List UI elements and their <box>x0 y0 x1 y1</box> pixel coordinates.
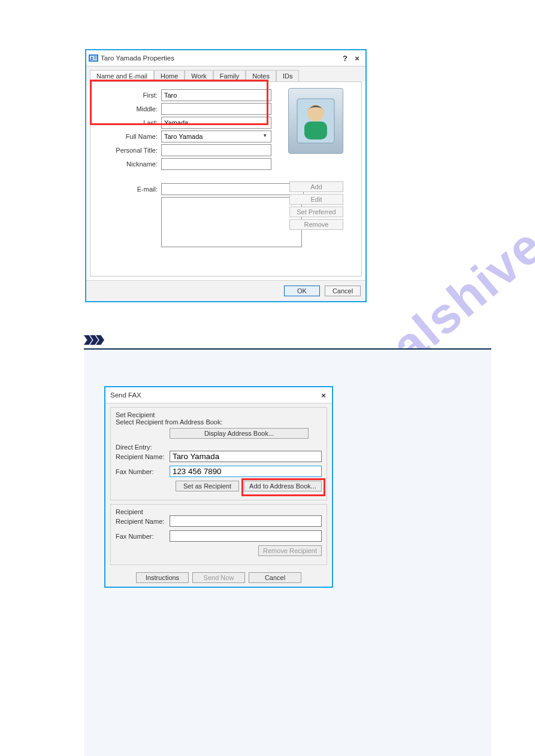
tab-name-email[interactable]: Name and E-mail <box>90 70 154 81</box>
input-fax-number[interactable] <box>170 466 322 477</box>
svg-rect-4 <box>94 56 97 57</box>
btn-set-preferred[interactable]: Set Preferred <box>289 207 343 217</box>
email-side-buttons: Add Edit Set Preferred Remove <box>289 181 343 232</box>
ok-button[interactable]: OK <box>284 286 320 296</box>
cancel-button[interactable]: Cancel <box>325 286 361 296</box>
btn-fax-cancel[interactable]: Cancel <box>249 572 301 583</box>
svg-rect-5 <box>94 57 97 58</box>
fax-close-button[interactable]: × <box>318 391 330 400</box>
label-recipient-name-2: Recipient Name: <box>116 518 170 525</box>
btn-remove[interactable]: Remove <box>289 219 343 230</box>
help-button[interactable]: ? <box>339 54 351 63</box>
svg-point-8 <box>307 105 324 122</box>
titlebar-fax: Send FAX × <box>105 387 332 403</box>
svg-rect-3 <box>90 59 93 60</box>
label-recipient-name: Recipient Name: <box>116 453 170 460</box>
close-button[interactable]: × <box>351 54 363 63</box>
btn-display-address-book[interactable]: Display Address Book... <box>170 428 309 439</box>
section-chevrons <box>84 335 102 345</box>
svg-rect-6 <box>94 59 97 59</box>
contact-icon <box>89 53 98 63</box>
email-list[interactable] <box>161 197 302 247</box>
tab-ids[interactable]: IDs <box>276 70 300 81</box>
tab-body: First: Middle: Last: Full Name: ▾ <box>90 81 362 277</box>
hdr-set-recipient: Set Recipient <box>116 411 322 418</box>
input-nick[interactable] <box>161 158 271 170</box>
fax-title: Send FAX <box>108 391 318 399</box>
btn-add[interactable]: Add <box>289 181 343 192</box>
tabs: Name and E-mail Home Work Family Notes I… <box>86 66 365 81</box>
properties-dialog: Taro Yamada Properties ? × Name and E-ma… <box>85 49 367 302</box>
label-email: E-mail: <box>98 186 161 193</box>
hdr-direct-entry: Direct Entry: <box>116 444 322 451</box>
input-recipient-name[interactable] <box>170 451 322 462</box>
input-last[interactable] <box>161 117 271 129</box>
tab-family[interactable]: Family <box>213 70 246 81</box>
btn-add-to-address-book[interactable]: Add to Address Book... <box>244 481 322 491</box>
chevron-down-icon[interactable]: ▾ <box>264 132 267 138</box>
input-middle[interactable] <box>161 103 271 115</box>
dialog-footer: OK Cancel <box>86 280 365 301</box>
svg-point-2 <box>91 56 93 58</box>
label-fax-number-2: Fax Number: <box>116 533 170 540</box>
hdr-recipient: Recipient <box>116 508 322 515</box>
btn-set-as-recipient[interactable]: Set as Recipient <box>176 481 239 491</box>
label-ptitle: Personal Title: <box>98 147 161 154</box>
label-fax-number: Fax Number: <box>116 468 170 475</box>
input-first[interactable] <box>161 89 271 101</box>
label-nick: Nickname: <box>98 160 161 168</box>
label-fullname: Full Name: <box>98 133 161 140</box>
frame-recipient: Recipient Recipient Name: Fax Number: Re… <box>110 504 327 565</box>
tab-work[interactable]: Work <box>185 70 213 81</box>
btn-instructions[interactable]: Instructions <box>136 572 189 583</box>
label-middle: Middle: <box>98 105 161 113</box>
titlebar: Taro Yamada Properties ? × <box>86 50 365 66</box>
tab-home[interactable]: Home <box>154 70 185 81</box>
label-last: Last: <box>98 119 161 126</box>
combo-fullname[interactable] <box>161 130 271 142</box>
input-email[interactable] <box>161 183 304 195</box>
avatar-placeholder <box>288 88 343 154</box>
fax-footer: Instructions Send Now Cancel <box>105 569 332 587</box>
svg-rect-9 <box>304 122 327 139</box>
output-fax-number[interactable] <box>170 530 322 542</box>
btn-remove-recipient[interactable]: Remove Recipient <box>258 545 322 556</box>
frame-set-recipient: Set Recipient Select Recipient from Addr… <box>110 407 327 500</box>
btn-edit[interactable]: Edit <box>289 194 343 205</box>
input-ptitle[interactable] <box>161 144 271 156</box>
tab-notes[interactable]: Notes <box>246 70 276 81</box>
send-fax-dialog: Send FAX × Set Recipient Select Recipien… <box>104 386 333 588</box>
label-first: First: <box>98 92 161 99</box>
dialog-title: Taro Yamada Properties <box>101 54 339 62</box>
hdr-select-from-ab: Select Recipient from Address Book: <box>116 418 322 426</box>
output-recipient-name[interactable] <box>170 515 322 527</box>
btn-send-now[interactable]: Send Now <box>192 572 245 583</box>
